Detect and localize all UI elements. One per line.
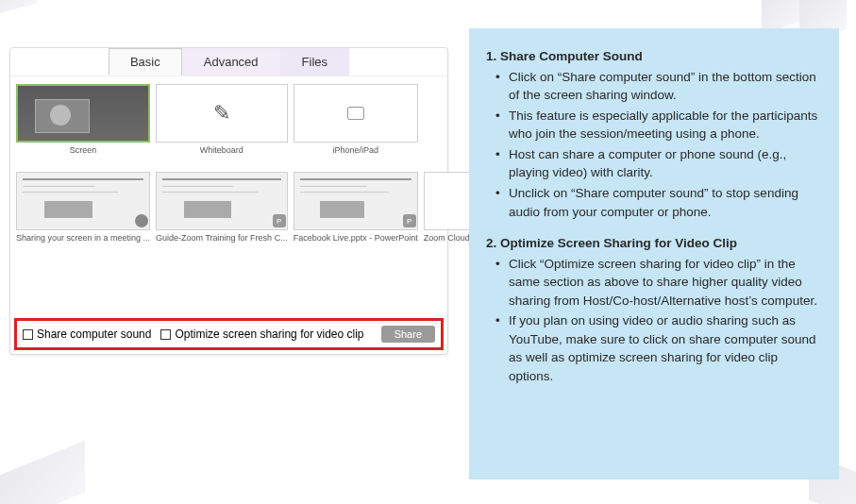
device-icon <box>347 107 364 120</box>
checkbox-icon <box>23 329 33 340</box>
instruction-item: This feature is especially applicable fo… <box>509 107 822 143</box>
instruction-item: Click on “Share computer sound” in the b… <box>509 68 822 105</box>
thumb-label: Whiteboard <box>200 145 243 155</box>
instruction-heading-2: 2. Optimize Screen Sharing for Video Cli… <box>486 234 822 253</box>
share-sources-grid: Screen ✎ Whiteboard iPhone/iPad Sharing … <box>10 76 447 244</box>
chrome-icon <box>135 214 148 227</box>
thumb-label: Sharing your screen in a meeting ... <box>16 233 150 243</box>
checkbox-label: Optimize screen sharing for video clip <box>175 328 363 341</box>
instruction-item: Click “Optimize screen sharing for video… <box>509 255 822 311</box>
instruction-heading-1: 1. Share Computer Sound <box>486 47 822 66</box>
instruction-item: Unclick on “Share computer sound” to sto… <box>509 184 822 221</box>
source-iphone-ipad[interactable]: iPhone/iPad <box>294 84 418 155</box>
source-app-3[interactable]: P Facebook Live.pptx - PowerPoint <box>294 172 418 243</box>
tab-basic[interactable]: Basic <box>109 48 182 76</box>
instruction-item: If you plan on using video or audio shar… <box>509 311 822 385</box>
powerpoint-icon: P <box>403 214 416 227</box>
source-app-2[interactable]: P Guide-Zoom Training for Fresh C... <box>156 172 288 243</box>
instruction-list-1: Click on “Share computer sound” in the b… <box>486 68 822 222</box>
share-window: Basic Advanced Files Screen ✎ Whiteboard… <box>9 47 448 355</box>
tab-files[interactable]: Files <box>280 48 349 76</box>
decoration <box>0 441 85 504</box>
instruction-list-2: Click “Optimize screen sharing for video… <box>486 255 822 386</box>
checkbox-icon <box>160 329 171 340</box>
source-whiteboard[interactable]: ✎ Whiteboard <box>156 84 288 155</box>
instruction-item: Host can share a computer or phone sound… <box>509 145 822 182</box>
thumb-label: Screen <box>70 145 97 155</box>
decoration <box>0 0 38 16</box>
thumb-label: Facebook Live.pptx - PowerPoint <box>294 233 418 243</box>
checkbox-label: Share computer sound <box>37 328 151 341</box>
window-thumb-icon <box>16 172 150 230</box>
powerpoint-icon: P <box>273 214 286 227</box>
optimize-video-checkbox[interactable]: Optimize screen sharing for video clip <box>160 328 363 341</box>
bottom-options-bar: Share computer sound Optimize screen sha… <box>14 318 444 350</box>
iphone-ipad-icon <box>294 84 418 143</box>
instructions-panel: 1. Share Computer Sound Click on “Share … <box>469 28 839 479</box>
pencil-icon: ✎ <box>213 101 230 126</box>
share-computer-sound-checkbox[interactable]: Share computer sound <box>23 328 151 341</box>
tab-bar: Basic Advanced Files <box>10 48 447 76</box>
source-app-1[interactable]: Sharing your screen in a meeting ... <box>16 172 150 243</box>
thumb-label: iPhone/iPad <box>332 145 378 155</box>
window-thumb-icon <box>294 172 418 230</box>
source-screen[interactable]: Screen <box>16 84 150 155</box>
whiteboard-icon: ✎ <box>156 84 288 143</box>
share-button[interactable]: Share <box>381 326 435 343</box>
tab-advanced[interactable]: Advanced <box>182 48 280 76</box>
window-thumb-icon <box>156 172 288 230</box>
thumb-label: Guide-Zoom Training for Fresh C... <box>156 233 288 243</box>
screen-icon <box>16 84 150 143</box>
